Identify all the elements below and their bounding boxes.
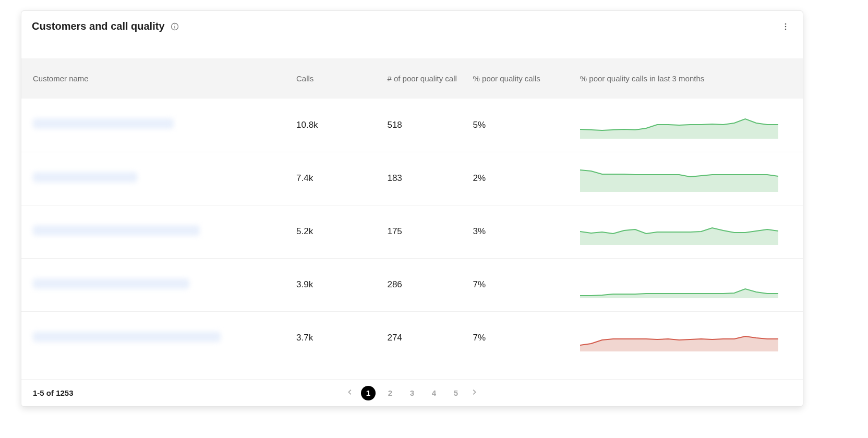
pagination-range: 1-5 of 1253: [33, 388, 74, 397]
table-row[interactable]: 3.7k 274 7%: [21, 311, 803, 364]
prev-page-icon[interactable]: [346, 388, 354, 398]
title-wrap: Customers and call quality: [32, 20, 179, 32]
page-3[interactable]: 3: [405, 386, 419, 400]
sparkline: [580, 165, 778, 192]
table-row[interactable]: 5.2k 175 3%: [21, 205, 803, 258]
table-row[interactable]: 3.9k 286 7%: [21, 258, 803, 311]
sparkline: [580, 112, 778, 139]
svg-point-2: [174, 25, 175, 25]
card-header: Customers and call quality: [21, 11, 803, 38]
cell-poorpct: 7%: [466, 311, 573, 364]
col-header-poorcnt[interactable]: # of poor quality call: [380, 58, 465, 99]
cell-calls: 7.4k: [289, 152, 380, 205]
cell-poorpct: 5%: [466, 99, 573, 152]
cell-poorcnt: 518: [380, 99, 465, 152]
cell-calls: 3.7k: [289, 311, 380, 364]
customer-name-redacted: [33, 172, 137, 182]
card-title: Customers and call quality: [32, 20, 165, 32]
cell-poorpct: 3%: [466, 205, 573, 258]
customer-name-redacted: [33, 225, 200, 236]
col-header-trend[interactable]: % poor quality calls in last 3 months: [573, 58, 803, 99]
sparkline: [580, 324, 778, 351]
call-quality-card: Customers and call quality Customer name: [21, 10, 803, 407]
cell-calls: 3.9k: [289, 258, 380, 311]
cell-poorcnt: 274: [380, 311, 465, 364]
page-4[interactable]: 4: [427, 386, 441, 400]
sparkline: [580, 218, 778, 245]
customer-name-redacted: [33, 118, 174, 129]
cell-calls: 10.8k: [289, 99, 380, 152]
more-vertical-icon[interactable]: [780, 21, 791, 32]
page-5[interactable]: 5: [449, 386, 463, 400]
svg-point-4: [785, 26, 787, 27]
cell-poorcnt: 286: [380, 258, 465, 311]
table-row[interactable]: 10.8k 518 5%: [21, 99, 803, 152]
col-header-poorpct[interactable]: % poor quality calls: [466, 58, 573, 99]
page-1[interactable]: 1: [361, 386, 376, 400]
pager: 12345: [346, 386, 478, 400]
table-row[interactable]: 7.4k 183 2%: [21, 152, 803, 205]
customer-name-redacted: [33, 332, 221, 342]
table-footer: 1-5 of 1253 12345: [21, 379, 803, 406]
col-header-calls[interactable]: Calls: [289, 58, 380, 99]
cell-poorpct: 7%: [466, 258, 573, 311]
svg-point-5: [785, 28, 787, 30]
info-icon[interactable]: [170, 22, 179, 31]
table-header-row: Customer name Calls # of poor quality ca…: [21, 58, 803, 99]
next-page-icon[interactable]: [471, 388, 478, 398]
svg-point-3: [785, 23, 787, 25]
cell-poorpct: 2%: [466, 152, 573, 205]
cell-poorcnt: 175: [380, 205, 465, 258]
col-header-name[interactable]: Customer name: [21, 58, 289, 99]
cell-poorcnt: 183: [380, 152, 465, 205]
customer-name-redacted: [33, 278, 189, 289]
page-2[interactable]: 2: [383, 386, 397, 400]
sparkline: [580, 271, 778, 298]
customers-table: Customer name Calls # of poor quality ca…: [21, 58, 803, 364]
cell-calls: 5.2k: [289, 205, 380, 258]
